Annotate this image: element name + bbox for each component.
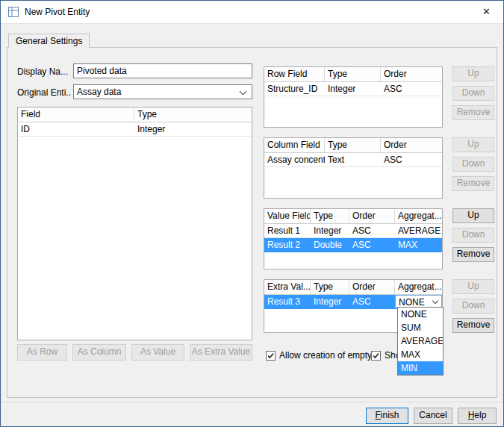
table-header: Row Field Type Order: [264, 67, 442, 82]
column-header-type[interactable]: Type: [325, 138, 381, 152]
column-header-extra-value[interactable]: Extra Val...: [264, 280, 311, 294]
table-row[interactable]: Result 1 Integer ASC AVERAGE: [264, 224, 442, 238]
dropdown-option-sum[interactable]: SUM: [398, 321, 443, 334]
table-header: Value Field Type Order Aggregat...: [264, 209, 442, 224]
checkbox-box: [266, 351, 276, 361]
cell-order: ASC: [381, 82, 442, 96]
check-icon: [372, 352, 380, 360]
value-fields-table: Value Field Type Order Aggregat... Resul…: [264, 208, 443, 269]
cell-type: Integer: [325, 82, 381, 96]
checkbox-box: [371, 351, 381, 361]
as-extra-value-button[interactable]: As Extra Value: [190, 344, 252, 361]
column-header-column-field[interactable]: Column Field: [264, 138, 325, 152]
cell-field-type: Integer: [134, 122, 252, 136]
row-down-button[interactable]: Down: [452, 86, 494, 101]
cell-field-name: ID: [18, 122, 134, 136]
dropdown-option-max[interactable]: MAX: [398, 348, 443, 361]
row-up-button[interactable]: Up: [452, 66, 494, 81]
as-column-button[interactable]: As Column: [72, 344, 126, 361]
as-value-button[interactable]: As Value: [131, 344, 184, 361]
column-header-type[interactable]: Type: [311, 209, 349, 223]
new-pivot-entity-dialog: New Pivot Entity ✕ General Settings Disp…: [0, 0, 504, 427]
column-header-order[interactable]: Order: [381, 138, 442, 152]
check-icon: [267, 352, 275, 360]
footer-separator: [1, 402, 503, 402]
cell-name: Result 2: [264, 238, 311, 252]
chevron-down-icon: [432, 298, 438, 304]
table-header: Column Field Type Order: [264, 138, 442, 153]
column-header-order[interactable]: Order: [349, 209, 395, 223]
titlebar: New Pivot Entity ✕: [1, 1, 503, 24]
cell-order: ASC: [381, 153, 442, 166]
as-row-button[interactable]: As Row: [17, 344, 67, 361]
extra-remove-button[interactable]: Remove: [452, 318, 494, 333]
tab-general-settings[interactable]: General Settings: [8, 34, 90, 48]
value-up-button[interactable]: Up: [452, 208, 494, 223]
checkbox-label: Allow creation of empty...: [279, 350, 379, 361]
original-entity-label: Original Enti...: [17, 87, 71, 98]
row-remove-button[interactable]: Remove: [452, 105, 494, 120]
aggregation-dropdown-list: NONE SUM AVERAGE MAX MIN: [397, 307, 444, 375]
cell-aggregation: MAX: [395, 238, 442, 252]
column-header-order[interactable]: Order: [349, 280, 395, 294]
column-header-order[interactable]: Order: [381, 67, 442, 81]
cell-order: ASC: [349, 224, 395, 237]
value-remove-button[interactable]: Remove: [452, 247, 494, 262]
column-header-type[interactable]: Type: [134, 107, 252, 122]
cell-name: Assay concentr...: [264, 153, 325, 166]
table-header: Field Type: [18, 107, 252, 122]
cell-type: Integer: [311, 224, 349, 237]
table-row[interactable]: Structure_ID Integer ASC: [264, 82, 442, 96]
cell-order: ASC: [349, 238, 395, 252]
column-remove-button[interactable]: Remove: [452, 176, 494, 191]
cell-name: Result 3: [264, 295, 311, 308]
cell-aggregation: AVERAGE: [395, 224, 442, 237]
close-icon[interactable]: ✕: [470, 1, 503, 22]
finish-button[interactable]: Finish: [366, 408, 408, 424]
cell-type: Integer: [311, 295, 349, 308]
allow-empty-checkbox[interactable]: Allow creation of empty...: [266, 350, 379, 361]
dropdown-option-min[interactable]: MIN: [398, 361, 443, 375]
display-name-label: Display Na...: [17, 66, 71, 77]
row-fields-table: Row Field Type Order Structure_ID Intege…: [264, 66, 443, 128]
dropdown-option-average[interactable]: AVERAGE: [398, 334, 443, 348]
original-entity-select[interactable]: Assay data: [73, 84, 252, 99]
column-fields-table: Column Field Type Order Assay concentr..…: [264, 137, 443, 199]
extra-up-button[interactable]: Up: [452, 279, 494, 294]
chevron-down-icon: [240, 88, 247, 96]
column-header-row-field[interactable]: Row Field: [264, 67, 325, 81]
cell-type: Text: [325, 153, 381, 166]
column-header-aggregation[interactable]: Aggregat...: [395, 280, 442, 294]
table-row[interactable]: ID Integer: [18, 122, 252, 137]
cell-name: Structure_ID: [264, 82, 325, 96]
available-fields-table: Field Type ID Integer: [17, 107, 252, 340]
column-down-button[interactable]: Down: [452, 157, 494, 172]
table-row-selected[interactable]: Result 2 Double ASC MAX: [264, 238, 442, 252]
column-header-type[interactable]: Type: [325, 67, 381, 81]
table-row[interactable]: Assay concentr... Text ASC: [264, 153, 442, 167]
display-name-input[interactable]: [73, 63, 252, 78]
column-header-aggregation[interactable]: Aggregat...: [395, 209, 442, 223]
app-icon: [7, 6, 19, 18]
column-header-value-field[interactable]: Value Field: [264, 209, 311, 223]
aggregation-value: NONE: [399, 297, 425, 308]
column-up-button[interactable]: Up: [452, 137, 494, 152]
column-header-field[interactable]: Field: [18, 107, 134, 122]
column-header-type[interactable]: Type: [311, 280, 349, 294]
dropdown-option-none[interactable]: NONE: [398, 308, 443, 321]
cancel-button[interactable]: Cancel: [414, 408, 452, 424]
original-entity-value: Assay data: [77, 87, 121, 97]
window-title: New Pivot Entity: [25, 7, 90, 17]
cell-order: ASC: [349, 295, 395, 308]
table-header: Extra Val... Type Order Aggregat...: [264, 280, 442, 295]
help-button[interactable]: Help: [458, 408, 497, 424]
value-down-button[interactable]: Down: [452, 228, 494, 243]
cell-type: Double: [311, 238, 349, 252]
extra-down-button[interactable]: Down: [452, 299, 494, 314]
cell-name: Result 1: [264, 224, 311, 237]
